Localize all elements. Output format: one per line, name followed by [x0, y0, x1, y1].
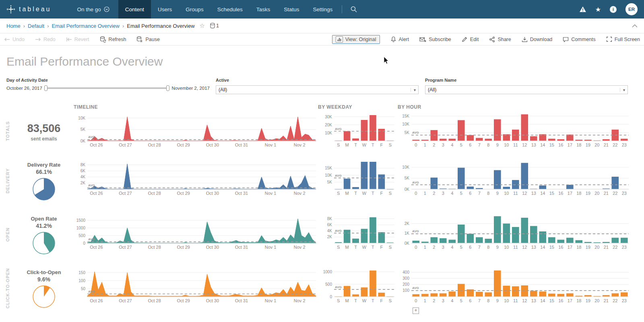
kpi-click-to-open: Click-to-Open 9.6%	[15, 267, 72, 310]
breadcrumb-project[interactable]: Default	[28, 23, 44, 29]
svg-text:Oct 26: Oct 26	[90, 191, 103, 196]
undo-button[interactable]: Undo	[4, 37, 25, 42]
svg-text:16: 16	[558, 298, 563, 303]
svg-text:W: W	[362, 191, 367, 196]
svg-text:AVG: AVG	[88, 290, 95, 293]
slider-handle-end[interactable]	[166, 85, 169, 91]
breadcrumb-home[interactable]: Home	[6, 23, 21, 29]
svg-text:20: 20	[594, 142, 599, 147]
subscribe-button[interactable]: Subscribe	[419, 37, 451, 42]
svg-text:21: 21	[604, 191, 609, 196]
nav-divider	[342, 5, 342, 13]
svg-text:18: 18	[576, 191, 581, 196]
alert-button[interactable]: Alert	[390, 36, 409, 42]
open-hour-chart[interactable]: 0K1K2K0123456789101112131415161718192021…	[398, 213, 630, 250]
row-totals: TOTALS 83,506 sent emails 0K5K10KOct 26O…	[0, 111, 644, 151]
active-dropdown-value: (All)	[219, 87, 227, 93]
revert-button[interactable]: Revert	[66, 37, 89, 42]
svg-text:Nov 1: Nov 1	[265, 191, 277, 196]
totals-hour-chart[interactable]: 5K10K15K01234567891011121314151617181920…	[398, 111, 630, 148]
nav-item-schedules[interactable]: Schedules	[211, 0, 250, 19]
pause-button[interactable]: Pause	[136, 36, 159, 43]
svg-text:17: 17	[568, 245, 572, 250]
collapse-header-button[interactable]	[632, 24, 638, 28]
open-timeline-chart[interactable]: 050010001500Oct 26Oct 27Oct 28Oct 29Oct …	[74, 213, 318, 250]
search-button[interactable]	[346, 0, 361, 19]
nav-item-settings[interactable]: Settings	[306, 0, 339, 19]
site-name: On the go	[77, 6, 101, 12]
view-toolbar: Undo Redo Revert Refresh	[0, 33, 644, 45]
svg-text:21: 21	[604, 245, 609, 250]
svg-text:7: 7	[478, 191, 481, 196]
open-rate-pie[interactable]	[32, 231, 56, 257]
active-dropdown[interactable]: (All) ▾	[216, 85, 419, 94]
svg-text:30K: 30K	[325, 115, 332, 119]
svg-text:12: 12	[522, 298, 527, 303]
chevron-down-circle-icon	[104, 6, 109, 12]
svg-text:15K: 15K	[402, 114, 409, 118]
comments-button[interactable]: Comments	[563, 37, 595, 42]
nav-item-content[interactable]: Content	[118, 0, 151, 19]
row-click-to-open: CLICK-TO-OPEN Click-to-Open 9.6% 5010015…	[0, 267, 644, 310]
open-weekday-chart[interactable]: 2K4K6K8KSMTWTFSAVG	[320, 213, 396, 250]
zoom-in-control[interactable]: +	[413, 308, 419, 314]
svg-text:AVG: AVG	[412, 131, 419, 134]
cto-timeline-chart[interactable]: 50100150Oct 26Oct 27Oct 28Oct 29Oct 30Oc…	[74, 267, 318, 304]
site-switcher[interactable]: On the go	[59, 0, 118, 19]
delivery-weekday-chart[interactable]: 5K10K15KSMTWTFSAVG	[320, 159, 396, 196]
nav-item-status[interactable]: Status	[277, 0, 306, 19]
svg-text:0: 0	[415, 298, 417, 303]
click-to-open-pie[interactable]	[32, 285, 56, 310]
delivery-rate-pie[interactable]	[32, 177, 56, 203]
favorite-toggle-star-icon[interactable]: ☆	[200, 22, 205, 29]
svg-text:12: 12	[522, 245, 527, 250]
redo-button[interactable]: Redo	[35, 37, 56, 42]
fullscreen-button[interactable]: Full Screen	[606, 36, 640, 42]
svg-text:10: 10	[504, 142, 509, 147]
svg-text:300: 300	[402, 276, 409, 281]
alerts-warning-icon[interactable]	[579, 6, 586, 12]
speech-bubble-icon	[563, 37, 569, 42]
redo-icon	[35, 37, 41, 42]
svg-text:0: 0	[415, 191, 417, 196]
nav-item-users[interactable]: Users	[151, 0, 179, 19]
tableau-logo[interactable]: tableau	[0, 0, 59, 19]
svg-text:10K: 10K	[78, 116, 85, 120]
svg-text:S: S	[337, 191, 340, 196]
edit-button[interactable]: Edit	[462, 36, 479, 42]
brand-wordmark: tableau	[19, 6, 52, 13]
svg-text:11: 11	[513, 298, 518, 303]
svg-text:4: 4	[451, 191, 453, 196]
svg-text:6K: 6K	[327, 223, 332, 227]
svg-text:F: F	[380, 245, 383, 250]
cto-hour-chart[interactable]: 1002003004000123456789101112131415161718…	[398, 267, 630, 304]
breadcrumb-workbook[interactable]: Email Performance Overview	[52, 23, 120, 29]
program-dropdown[interactable]: (All) ▾	[425, 85, 628, 94]
svg-text:Oct 28: Oct 28	[148, 142, 161, 147]
delivery-hour-chart[interactable]: 0K5K10K012345678910111213141516171819202…	[398, 159, 630, 196]
refresh-button[interactable]: Refresh	[100, 36, 126, 43]
download-button[interactable]: Download	[522, 37, 553, 42]
svg-text:500: 500	[325, 282, 332, 287]
svg-text:Nov 2: Nov 2	[294, 245, 305, 250]
favorites-star-icon[interactable]: ★	[595, 6, 601, 13]
view-original-button[interactable]: View: Original	[332, 35, 380, 44]
slider-track[interactable]	[45, 87, 169, 89]
svg-text:5K: 5K	[405, 176, 410, 180]
info-icon[interactable]: i	[610, 6, 617, 13]
totals-weekday-chart[interactable]: 10K20K30KSMTWTFSAVG	[320, 111, 396, 148]
totals-timeline-chart[interactable]: 0K5K10KOct 26Oct 27Oct 28Oct 29Oct 30Oct…	[74, 111, 318, 148]
user-avatar[interactable]: ER	[625, 3, 638, 15]
share-button[interactable]: Share	[489, 37, 511, 42]
slider-handle-start[interactable]	[44, 85, 47, 91]
date-range-slider[interactable]	[45, 85, 169, 91]
svg-text:Oct 29: Oct 29	[177, 245, 190, 250]
delivery-timeline-chart[interactable]: 2K4K6K8KOct 26Oct 27Oct 28Oct 29Oct 30Oc…	[74, 159, 318, 196]
svg-text:20: 20	[594, 191, 599, 196]
svg-text:1000: 1000	[76, 226, 86, 230]
nav-item-tasks[interactable]: Tasks	[250, 0, 277, 19]
cto-weekday-chart[interactable]: 05001000SMTWTFSAVG	[320, 267, 396, 304]
svg-text:AVG: AVG	[88, 237, 95, 241]
datasource-count: 1	[210, 23, 219, 29]
nav-item-groups[interactable]: Groups	[179, 0, 210, 19]
